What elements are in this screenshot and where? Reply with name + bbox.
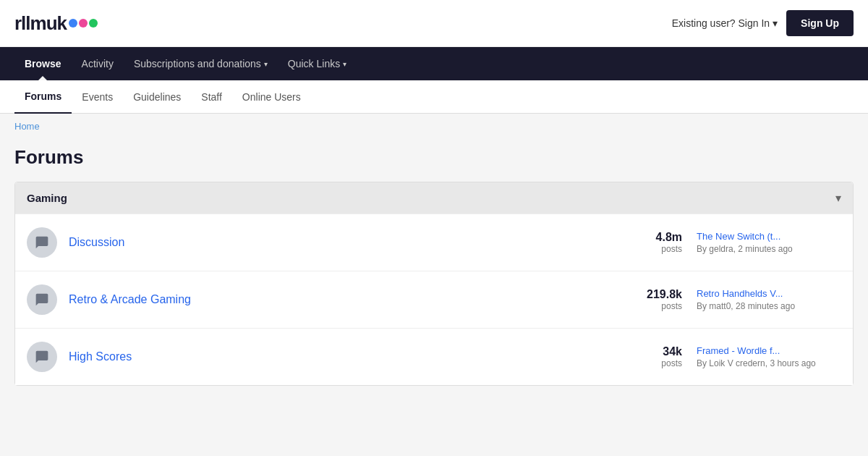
highscores-forum-link[interactable]: High Scores <box>69 350 624 363</box>
retro-stats: 219.8k posts <box>624 288 682 311</box>
highscores-posts-label: posts <box>624 358 682 368</box>
retro-posts-count: 219.8k <box>624 288 682 301</box>
discussion-last-post-meta: By geldra, 2 minutes ago <box>697 244 841 254</box>
chat-icon <box>35 235 49 250</box>
breadcrumb-home[interactable]: Home <box>14 121 40 132</box>
tab-events[interactable]: Events <box>72 80 123 114</box>
table-row: High Scores 34k posts Framed - Wordle f.… <box>15 328 853 385</box>
page-title: Forums <box>0 139 868 182</box>
highscores-stats: 34k posts <box>624 345 682 368</box>
sign-in-button[interactable]: Existing user? Sign In ▾ <box>672 17 778 29</box>
chevron-down-icon: ▾ <box>835 191 841 205</box>
tab-forums[interactable]: Forums <box>14 80 72 114</box>
discussion-posts-label: posts <box>624 244 682 254</box>
retro-last-post-title[interactable]: Retro Handhelds V... <box>697 288 841 299</box>
nav-item-browse[interactable]: Browse <box>14 47 72 80</box>
retro-posts-label: posts <box>624 301 682 311</box>
dot-pink <box>79 19 88 28</box>
gaming-section: Gaming ▾ Discussion 4.8m posts The New S… <box>14 182 854 386</box>
top-header: rllmuk Existing user? Sign In ▾ Sign Up <box>0 0 868 47</box>
retro-forum-icon <box>27 284 57 315</box>
highscores-last-post: Framed - Wordle f... By Loik V credern, … <box>697 345 841 368</box>
gaming-section-title: Gaming <box>27 192 67 204</box>
chat-icon <box>35 292 49 307</box>
logo-dots <box>68 19 98 28</box>
breadcrumb: Home <box>0 114 868 139</box>
dot-blue <box>69 19 77 28</box>
discussion-stats: 4.8m posts <box>624 231 682 254</box>
tab-guidelines[interactable]: Guidelines <box>123 80 191 114</box>
retro-forum-link[interactable]: Retro & Arcade Gaming <box>69 293 624 306</box>
highscores-posts-count: 34k <box>624 345 682 358</box>
chat-icon <box>35 350 49 364</box>
tab-staff[interactable]: Staff <box>191 80 232 114</box>
retro-last-post: Retro Handhelds V... By matt0, 28 minute… <box>697 288 841 311</box>
highscores-last-post-meta: By Loik V credern, 3 hours ago <box>697 358 841 368</box>
table-row: Discussion 4.8m posts The New Switch (t.… <box>15 214 853 271</box>
tab-online-users[interactable]: Online Users <box>232 80 311 114</box>
logo[interactable]: rllmuk <box>14 12 98 35</box>
dot-green <box>89 19 98 28</box>
logo-text: rllmuk <box>14 12 67 35</box>
header-right: Existing user? Sign In ▾ Sign Up <box>672 10 854 36</box>
highscores-last-post-title[interactable]: Framed - Wordle f... <box>697 345 841 356</box>
table-row: Retro & Arcade Gaming 219.8k posts Retro… <box>15 271 853 328</box>
gaming-section-header[interactable]: Gaming ▾ <box>15 182 853 214</box>
subscriptions-dropdown-icon: ▾ <box>264 60 268 68</box>
secondary-nav: Forums Events Guidelines Staff Online Us… <box>0 80 868 114</box>
retro-last-post-meta: By matt0, 28 minutes ago <box>697 301 841 311</box>
sign-up-button[interactable]: Sign Up <box>786 10 854 36</box>
discussion-forum-link[interactable]: Discussion <box>69 236 624 249</box>
quick-links-dropdown-icon: ▾ <box>343 60 346 68</box>
discussion-last-post-title[interactable]: The New Switch (t... <box>697 231 841 242</box>
dropdown-arrow-icon: ▾ <box>773 17 778 29</box>
nav-item-subscriptions[interactable]: Subscriptions and donations ▾ <box>124 47 278 80</box>
nav-item-activity[interactable]: Activity <box>72 47 124 80</box>
discussion-forum-icon <box>27 227 57 258</box>
highscores-forum-icon <box>27 342 57 372</box>
discussion-last-post: The New Switch (t... By geldra, 2 minute… <box>697 231 841 254</box>
discussion-posts-count: 4.8m <box>624 231 682 244</box>
nav-item-quick-links[interactable]: Quick Links ▾ <box>278 47 357 80</box>
primary-nav: Browse Activity Subscriptions and donati… <box>0 47 868 80</box>
